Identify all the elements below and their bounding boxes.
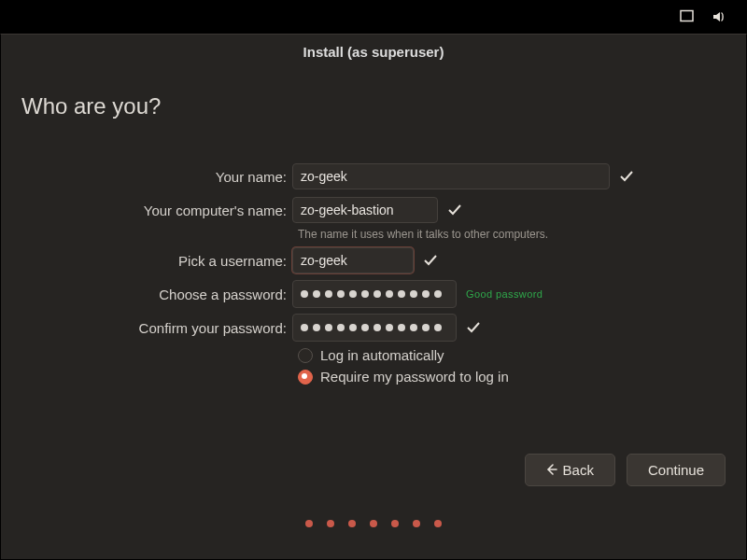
continue-button[interactable]: Continue: [627, 454, 726, 486]
back-label: Back: [563, 462, 594, 478]
arrow-left-icon: [546, 462, 557, 478]
password-label: Choose a password:: [1, 287, 292, 302]
continue-label: Continue: [648, 462, 704, 478]
page-heading: Who are you?: [21, 93, 746, 119]
check-icon: [447, 203, 462, 217]
radio-icon: [298, 348, 313, 363]
installer-window: Install (as superuser) Who are you? Your…: [0, 34, 747, 560]
computer-name-input[interactable]: [292, 197, 438, 223]
radio-require-password[interactable]: Require my password to log in: [298, 369, 746, 385]
check-icon: [619, 169, 634, 184]
radio-require-label: Require my password to log in: [320, 369, 509, 385]
computer-label: Your computer's name:: [1, 203, 292, 218]
password-strength: Good password: [466, 288, 543, 300]
desktop-top-bar: [0, 0, 747, 34]
username-label: Pick a username:: [1, 253, 292, 269]
name-label: Your name:: [1, 169, 292, 185]
screen-icon: [680, 9, 695, 24]
password-input[interactable]: [292, 280, 457, 308]
computer-hint: The name it uses when it talks to other …: [298, 228, 746, 241]
radio-auto-login[interactable]: Log in automatically: [298, 347, 746, 363]
radio-auto-label: Log in automatically: [320, 347, 444, 363]
volume-icon: [712, 9, 726, 24]
back-button[interactable]: Back: [525, 454, 615, 486]
confirm-label: Confirm your password:: [1, 320, 292, 336]
check-icon: [466, 320, 481, 335]
user-form: Your name: Your computer's name: The nam…: [1, 162, 746, 385]
radio-icon: [298, 370, 313, 385]
step-indicator: [1, 520, 746, 527]
confirm-password-input[interactable]: [292, 314, 457, 342]
name-input[interactable]: [292, 163, 610, 189]
check-icon: [423, 253, 438, 268]
username-input[interactable]: [292, 247, 414, 273]
window-title: Install (as superuser): [1, 44, 746, 60]
svg-rect-0: [681, 11, 693, 21]
